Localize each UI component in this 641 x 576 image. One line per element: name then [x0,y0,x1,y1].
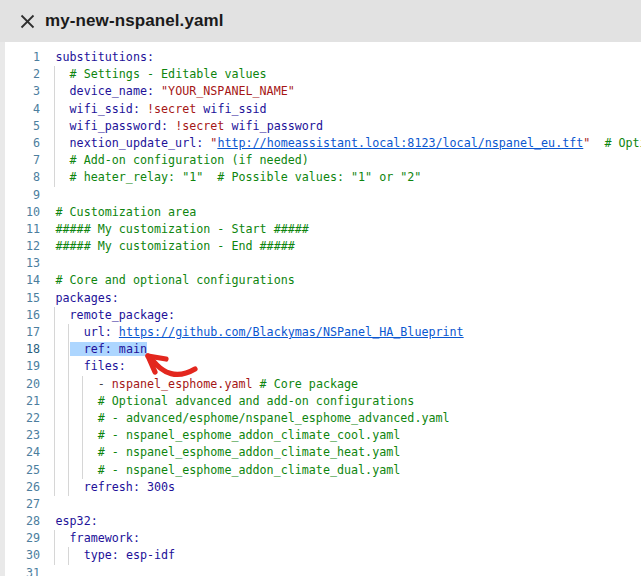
line-number: 19 [0,358,40,375]
line-number: 15 [0,290,40,307]
code-line[interactable]: 23 # - nspanel_esphome_addon_climate_coo… [0,427,641,444]
code-line[interactable]: 29 framework: [0,530,641,547]
code-line[interactable]: 12##### My customization - End ##### [0,238,641,255]
code-line[interactable]: 8 # heater_relay: "1" # Possible values:… [0,169,641,186]
code-line[interactable]: 3 device_name: "YOUR_NSPANEL_NAME" [0,83,641,100]
indent-guide [68,324,69,341]
token-cmt: ##### My customization - End ##### [56,239,295,253]
code-text: # - nspanel_esphome_addon_climate_cool.y… [40,427,400,444]
token-key: url: [56,325,112,339]
indent-guide [54,393,55,410]
token-url: https://github.com/Blackymas/NSPanel_HA_… [119,325,464,339]
code-line[interactable]: 5 wifi_password: !secret wifi_password [0,118,641,135]
token-cmt: # Core package [260,377,359,391]
indent-guide [82,462,83,479]
token-cmt: # - nspanel_esphome_addon_climate_cool.y… [98,428,401,442]
token-key: wifi_ssid: [56,102,140,116]
code-line[interactable]: 22 # - advanced/esphome/nspanel_esphome_… [0,410,641,427]
code-line[interactable]: 19 files: [0,358,641,375]
code-line[interactable]: 18 ref: main [0,341,641,358]
line-number: 12 [0,238,40,255]
code-line[interactable]: 6 nextion_update_url: "http://homeassist… [0,135,641,152]
code-line[interactable]: 11##### My customization - Start ##### [0,221,641,238]
indent-guide [68,479,69,496]
code-text: esp32: [40,513,98,530]
code-line[interactable]: 20 - nspanel_esphome.yaml # Core package [0,376,641,393]
token-key: type: [56,548,119,562]
indent-guide [54,169,55,186]
token-key: nextion_update_url: [56,136,204,150]
line-number: 31 [0,565,40,576]
indent-guide [82,444,83,461]
code-line[interactable]: 26 refresh: 300s [0,479,641,496]
indent-guide [54,324,55,341]
token-pln [119,548,126,562]
code-line[interactable]: 13 [0,255,641,272]
code-text: refresh: 300s [40,479,175,496]
code-line[interactable]: 16 remote_package: [0,307,641,324]
token-val: 300s [147,480,175,494]
code-text: device_name: "YOUR_NSPANEL_NAME" [40,83,295,100]
token-cmt: # Core and optional configurations [56,273,295,287]
indent-guide [54,427,55,444]
code-text [40,496,56,513]
indent-guide [82,376,83,393]
code-line[interactable]: 30 type: esp-idf [0,547,641,564]
code-line[interactable]: 14# Core and optional configurations [0,272,641,289]
token-str: "YOUR_NSPANEL_NAME" [161,84,295,98]
indent-guide [54,135,55,152]
code-line[interactable]: 24 # - nspanel_esphome_addon_climate_hea… [0,444,641,461]
line-number: 1 [0,49,40,66]
line-number: 20 [0,376,40,393]
indent-guide [54,530,55,547]
token-pln [112,325,119,339]
indent-guide [54,358,55,375]
code-line[interactable]: 7 # Add-on configuration (if needed) [0,152,641,169]
token-pln [56,428,98,442]
code-text: # Add-on configuration (if needed) [40,152,309,169]
code-line[interactable]: 15packages: [0,290,641,307]
selected-text: main [119,342,147,356]
token-cmt: # - nspanel_esphome_addon_climate_heat.y… [98,445,401,459]
code-text: type: esp-idf [40,547,175,564]
token-cmt: # Settings - Editable values [70,67,267,81]
indent-guide [82,410,83,427]
indent-guide [54,341,55,358]
code-text: # Optional advanced and add-on configura… [40,393,414,410]
code-line[interactable]: 1substitutions: [0,49,641,66]
code-line[interactable]: 10# Customization area [0,204,641,221]
token-pln [590,136,604,150]
code-text: url: https://github.com/Blackymas/NSPane… [40,324,464,341]
token-key: substitutions: [56,50,155,64]
token-pln [56,153,70,167]
code-editor[interactable]: 1substitutions:2 # Settings - Editable v… [0,42,641,576]
token-cmt: # Optional advanced and add-on configura… [98,394,415,408]
indent-guide [54,101,55,118]
token-key: device_name: [56,84,155,98]
line-number: 25 [0,462,40,479]
code-text: packages: [40,290,119,307]
token-pln [253,377,260,391]
code-line[interactable]: 9 [0,187,641,204]
line-number: 26 [0,479,40,496]
token-pln [140,480,147,494]
line-number: 4 [0,101,40,118]
code-line[interactable]: 31 [0,565,641,576]
close-icon[interactable] [19,13,35,29]
code-text: wifi_password: !secret wifi_password [40,118,323,135]
token-pln [56,394,98,408]
indent-guide [68,444,69,461]
code-line[interactable]: 4 wifi_ssid: !secret wifi_ssid [0,101,641,118]
code-line[interactable]: 25 # - nspanel_esphome_addon_climate_dua… [0,462,641,479]
code-line[interactable]: 2 # Settings - Editable values [0,66,641,83]
code-line[interactable]: 17 url: https://github.com/Blackymas/NSP… [0,324,641,341]
token-key: remote_package: [56,308,176,322]
code-text: files: [40,358,126,375]
code-line[interactable]: 21 # Optional advanced and add-on config… [0,393,641,410]
code-line[interactable]: 28esp32: [0,513,641,530]
token-key: packages: [56,291,119,305]
token-val: wifi_ssid [203,102,266,116]
indent-guide [54,410,55,427]
code-line[interactable]: 27 [0,496,641,513]
line-number: 29 [0,530,40,547]
